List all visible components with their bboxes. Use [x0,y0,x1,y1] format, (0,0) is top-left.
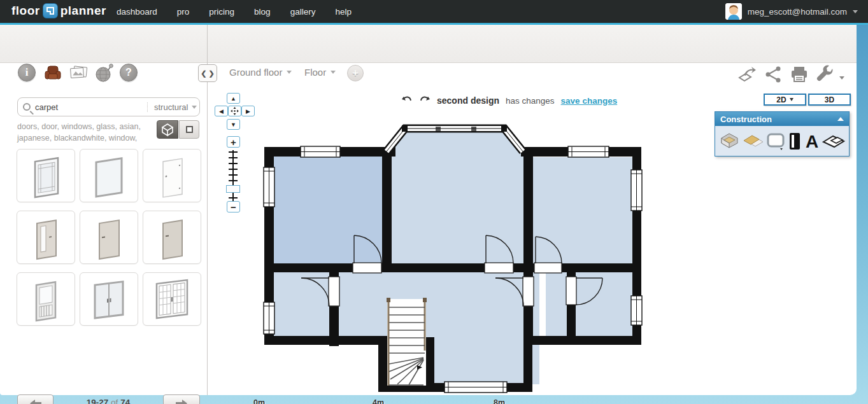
door-tool-icon[interactable] [788,132,802,151]
next-page-button[interactable] [163,394,200,404]
save-changes-link[interactable]: save changes [561,96,618,106]
results-grid [17,149,201,326]
nav-item-blog[interactable]: blog [254,7,271,17]
search-input[interactable] [35,102,147,112]
view-2d-button[interactable]: 2D [764,94,806,106]
nav-item-gallery[interactable]: gallery [290,7,316,17]
wrench-icon[interactable] [815,65,834,84]
add-floor-button[interactable]: + [347,65,364,81]
pagination-status: 19-27 of 74 [60,398,156,404]
floorplanner-logo-icon [43,3,58,18]
floor-label-dropdown[interactable]: Floor [304,67,336,78]
redo-icon[interactable] [419,95,430,106]
scale-label-4: 4m [373,398,384,404]
print-icon[interactable] [790,65,809,84]
pan-right-button[interactable]: ▶ [241,106,255,116]
pan-up-button[interactable]: ▲ [227,93,240,104]
thumbnail-slit-glass-door[interactable] [17,211,75,264]
zoom-out-button[interactable]: − [227,201,240,212]
thumbnail-half-glass-railing-door[interactable] [17,272,75,326]
pagination-total: 74 [120,398,130,404]
view-3d-toggle[interactable] [157,120,178,139]
view-2d-caret-icon [790,98,793,101]
down-arrow-icon: ▼ [231,122,236,128]
design-status: second design has changes save changes [401,95,617,106]
user-caret-icon [853,10,858,13]
surface-tool-icon[interactable] [822,132,845,151]
collapse-panel-icon[interactable] [837,117,844,121]
view-3d-label: 3D [825,95,834,104]
app-logo[interactable]: floor planner [11,3,106,18]
right-arrow-icon: ▶ [246,108,250,115]
left-arrow-icon: ◀ [219,108,224,115]
user-email: meg_escott@hotmail.com [748,7,847,17]
logo-text-right: planner [60,4,106,18]
toolbar-strip [0,25,857,63]
photos-icon[interactable] [69,64,88,83]
nav-menu: dashboard pro pricing blog gallery help [117,0,352,23]
nav-item-pricing[interactable]: pricing [209,7,234,17]
up-arrow-icon: ▲ [231,95,236,102]
construction-title: Construction [720,115,772,124]
floor-label-value: Floor [304,67,326,78]
pagination-of: of [111,398,118,404]
search-tags[interactable]: doors, door, windows, glass, asian, japa… [17,121,155,144]
pan-down-button[interactable]: ▼ [227,119,240,130]
info-icon[interactable]: i [18,64,37,83]
construction-panel: Construction A [715,111,850,157]
category-dropdown[interactable]: structural [147,102,197,112]
user-avatar [725,3,742,20]
square-2d-icon [186,126,193,133]
thumbnail-white-door[interactable] [143,149,201,202]
floor-selector-caret-icon [287,71,292,74]
zoom-in-button[interactable]: + [227,136,240,148]
category-caret-icon [192,106,197,109]
thumbnail-glass-grid-door[interactable] [17,149,75,202]
floor-tool-icon[interactable] [743,132,764,151]
undo-icon[interactable] [401,95,413,106]
export-icon[interactable] [737,65,757,84]
thumbnail-beige-door-2[interactable] [143,211,201,264]
nav-item-pro[interactable]: pro [177,7,190,17]
pan-left-button[interactable]: ◀ [215,106,228,116]
floor-plan-canvas[interactable] [256,109,648,395]
globe-pin-icon[interactable] [94,64,113,83]
floor-label-caret-icon [331,71,336,74]
room-tool-icon[interactable] [719,132,741,151]
floor-selector[interactable]: Ground floor [229,67,292,78]
sidebar-collapse-button[interactable]: ❮❯ [198,64,217,82]
nav-item-dashboard[interactable]: dashboard [117,7,157,17]
search-icon [23,103,31,111]
svg-text:A: A [806,132,818,151]
move-icon [231,107,239,115]
category-value: structural [154,102,188,112]
prev-page-button[interactable] [17,394,53,404]
user-menu[interactable]: meg_escott@hotmail.com [725,0,858,23]
thumbnail-french-double-door[interactable] [143,272,201,326]
window-tool-icon[interactable] [766,131,786,151]
pan-center-button[interactable] [228,106,241,116]
cube-3d-icon [160,122,174,137]
scale-label-8: 8m [494,398,505,404]
floor-selector-value: Ground floor [229,67,282,78]
nav-item-help[interactable]: help [335,7,352,17]
thumbnail-double-glass-door[interactable] [80,272,138,326]
logo-text-left: floor [11,4,40,18]
view-3d-button[interactable]: 3D [808,94,851,106]
help-icon[interactable]: ? [120,64,139,83]
text-tool-icon[interactable]: A [804,132,820,151]
top-navbar: floor planner dashboard pro pricing blog… [0,0,868,23]
zoom-slider-handle[interactable] [226,185,240,193]
construction-header[interactable]: Construction [715,112,849,126]
furniture-icon[interactable] [43,64,62,83]
next-arrow-icon [175,400,188,404]
design-status-text: has changes [506,96,555,106]
thumbnail-beige-door[interactable] [80,211,138,264]
toolbar-caret-icon[interactable] [839,71,858,90]
share-icon[interactable] [764,65,783,84]
thumbnail-glass-panel[interactable] [80,149,138,202]
view-2d-label: 2D [776,95,786,104]
search-box: structural [17,97,200,116]
view-2d-toggle[interactable] [179,120,199,139]
design-name: second design [437,95,499,106]
